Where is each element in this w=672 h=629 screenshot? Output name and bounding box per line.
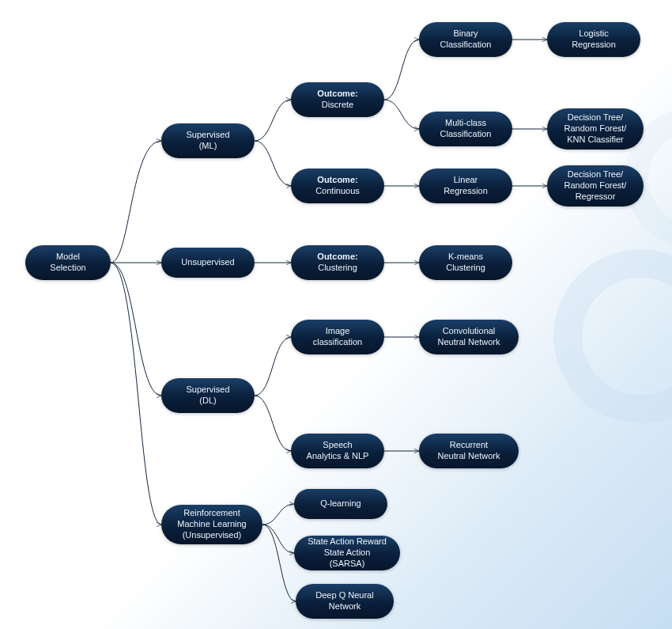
node-rnn: Recurrent Neutral Network (419, 434, 519, 468)
node-outcome-continuous: Outcome: Continuous (291, 169, 384, 203)
node-binary-classification: Binary Classification (419, 22, 512, 57)
node-outcome-discrete: Outcome: Discrete (291, 82, 384, 117)
label: Outcome: (317, 89, 357, 100)
node-cnn: Convolutional Neutral Network (419, 320, 519, 354)
node-reinforcement: Reinforcement Machine Learning (Unsuperv… (161, 505, 262, 544)
node-image-classification: Image classification (291, 320, 384, 354)
diagram-stage: Model Selection Supervised (ML) Unsuperv… (0, 0, 672, 629)
node-model-selection: Model Selection (25, 245, 111, 280)
node-q-learning: Q-learning (294, 489, 387, 519)
node-deep-q: Deep Q Neural Network (296, 584, 394, 619)
node-speech-nlp: Speech Analytics & NLP (291, 434, 384, 468)
node-multiclass-classification: Multi-class Classification (419, 112, 512, 146)
node-dt-rf-regressor: Decision Tree/ Random Forest/ Regressor (547, 165, 644, 207)
label: Outcome: (317, 175, 357, 186)
node-kmeans: K-means Clustering (419, 245, 512, 280)
node-supervised-dl: Supervised (DL) (161, 378, 255, 413)
node-dt-rf-knn: Decision Tree/ Random Forest/ KNN Classi… (547, 108, 644, 150)
node-sarsa: State Action Reward State Action (SARSA) (294, 536, 400, 570)
value: Clustering (318, 263, 357, 274)
node-supervised-ml: Supervised (ML) (161, 123, 255, 158)
value: Discrete (322, 100, 353, 111)
label: Outcome: (317, 252, 357, 263)
node-logistic-regression: Logistic Regression (547, 22, 640, 57)
node-linear-regression: Linear Regression (419, 169, 512, 203)
node-unsupervised: Unsupervised (161, 248, 255, 278)
value: Continuous (315, 186, 360, 197)
node-outcome-clustering: Outcome: Clustering (291, 245, 384, 280)
